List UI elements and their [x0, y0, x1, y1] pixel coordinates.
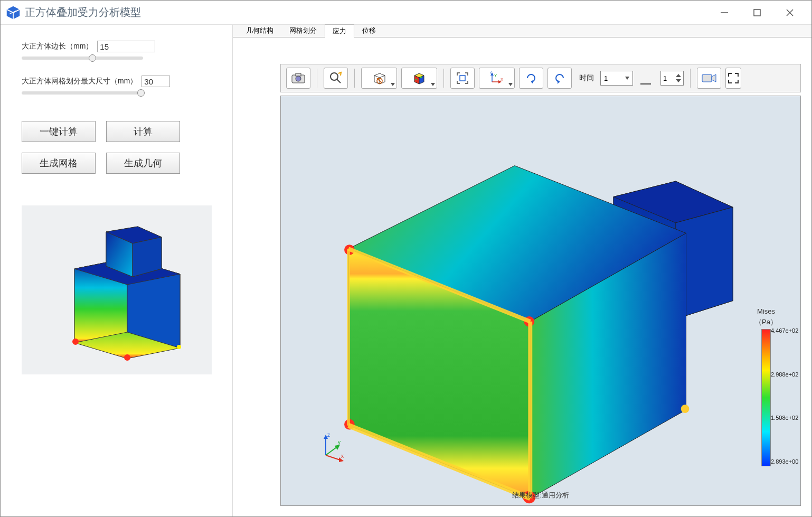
- main-panel: 几何结构 网格划分 应力 位移: [233, 25, 811, 516]
- svg-rect-4: [754, 10, 760, 16]
- snapshot-button[interactable]: [286, 68, 310, 89]
- window-title: 正方体叠加受力分析模型: [25, 5, 719, 20]
- legend-colorbar: [761, 329, 771, 466]
- 3d-viewport[interactable]: z x y Mises （Pa） 4.467e+02 2.988e+02 1.5…: [280, 96, 801, 506]
- canvas-wrap: YZX 时间 1 1: [233, 37, 811, 516]
- param-mesh-size-label: 大正方体网格划分最大尺寸（mm）: [22, 77, 137, 86]
- box-view-button[interactable]: [361, 68, 397, 89]
- tab-mesh[interactable]: 网格划分: [281, 24, 325, 37]
- camera-button[interactable]: [697, 68, 721, 89]
- svg-point-16: [124, 354, 130, 361]
- svg-marker-46: [676, 79, 681, 82]
- generate-geometry-button[interactable]: 生成几何: [106, 153, 180, 174]
- rotate-ccw-button[interactable]: [547, 68, 572, 89]
- time-label: 时间: [579, 73, 594, 83]
- svg-point-17: [177, 345, 181, 349]
- svg-marker-71: [335, 445, 340, 450]
- svg-text:y: y: [338, 439, 341, 445]
- thumbnail-preview: [22, 205, 212, 374]
- svg-marker-43: [558, 80, 560, 84]
- svg-rect-34: [460, 76, 465, 81]
- svg-text:z: z: [327, 432, 330, 438]
- step-value: 1: [663, 74, 667, 82]
- rotate-cw-button[interactable]: [519, 68, 543, 89]
- svg-point-15: [72, 339, 79, 345]
- legend-title-2: （Pa）: [742, 317, 790, 327]
- param-edge-length-slider[interactable]: [22, 57, 143, 60]
- maximize-button[interactable]: [751, 7, 763, 18]
- action-buttons: 一键计算 计算 生成网格 生成几何: [22, 121, 211, 174]
- param-edge-length-label: 大正方体边长（mm）: [22, 42, 93, 51]
- result-tabs: 几何结构 网格划分 应力 位移: [233, 25, 811, 37]
- titlebar: 正方体叠加受力分析模型: [1, 1, 811, 25]
- fit-view-button[interactable]: [450, 68, 475, 89]
- param-mesh-size: 大正方体网格划分最大尺寸（mm）: [22, 76, 211, 95]
- param-mesh-size-slider[interactable]: [22, 91, 143, 95]
- param-edge-length-input[interactable]: [97, 41, 155, 52]
- generate-mesh-button[interactable]: 生成网格: [22, 153, 96, 174]
- svg-text:x: x: [341, 453, 344, 459]
- svg-marker-48: [712, 74, 716, 82]
- expand-button[interactable]: [725, 68, 741, 89]
- sidebar: 大正方体边长（mm） 大正方体网格划分最大尺寸（mm） 一键计算 计算 生成网格…: [1, 25, 233, 516]
- param-edge-length: 大正方体边长（mm）: [22, 41, 211, 60]
- close-button[interactable]: [784, 7, 796, 18]
- cube-colormap-button[interactable]: [401, 68, 437, 89]
- svg-rect-47: [702, 74, 712, 82]
- svg-text:Y: Y: [494, 73, 497, 78]
- tab-geometry[interactable]: 几何结构: [238, 24, 281, 37]
- tab-displacement[interactable]: 位移: [354, 24, 384, 37]
- svg-marker-42: [531, 80, 533, 84]
- minimize-button[interactable]: [719, 7, 730, 18]
- viewport-footer-label: 结果模型:通用分析: [512, 491, 569, 500]
- zoom-button[interactable]: [324, 68, 348, 89]
- stress-result-model: [281, 96, 800, 505]
- time-value: 1: [604, 74, 608, 82]
- app-window: 正方体叠加受力分析模型 大正方体边长（mm） 大正方体网格划分最大尺寸（mm）: [0, 0, 812, 517]
- axis-triad-icon: z x y: [318, 431, 350, 463]
- body: 大正方体边长（mm） 大正方体网格划分最大尺寸（mm） 一键计算 计算 生成网格…: [1, 25, 811, 516]
- svg-point-21: [331, 73, 338, 80]
- svg-marker-45: [676, 74, 681, 77]
- step-spinner[interactable]: 1: [660, 71, 684, 86]
- svg-rect-33: [420, 77, 422, 78]
- color-legend: Mises （Pa） 4.467e+02 2.988e+02 1.508e+02…: [742, 307, 790, 466]
- legend-values: 4.467e+02 2.988e+02 1.508e+02 2.893e+00: [771, 327, 798, 465]
- legend-title-1: Mises: [742, 307, 790, 315]
- svg-text:Z: Z: [490, 71, 493, 74]
- param-mesh-size-input[interactable]: [141, 76, 170, 87]
- app-icon: [6, 5, 21, 20]
- svg-rect-32: [416, 79, 417, 80]
- svg-line-22: [337, 79, 341, 83]
- separator-line-icon: [640, 72, 651, 84]
- compute-button[interactable]: 计算: [106, 121, 180, 142]
- axis-orient-button[interactable]: YZX: [479, 68, 515, 89]
- time-dropdown[interactable]: 1: [600, 71, 633, 86]
- viewport-toolbar: YZX 时间 1 1: [280, 64, 801, 92]
- svg-point-59: [681, 405, 690, 413]
- tab-stress[interactable]: 应力: [325, 24, 354, 37]
- svg-rect-19: [296, 73, 301, 76]
- svg-text:X: X: [501, 77, 504, 82]
- window-controls: [719, 7, 806, 18]
- svg-marker-44: [625, 77, 629, 80]
- svg-point-20: [296, 76, 301, 81]
- onekey-compute-button[interactable]: 一键计算: [22, 121, 96, 142]
